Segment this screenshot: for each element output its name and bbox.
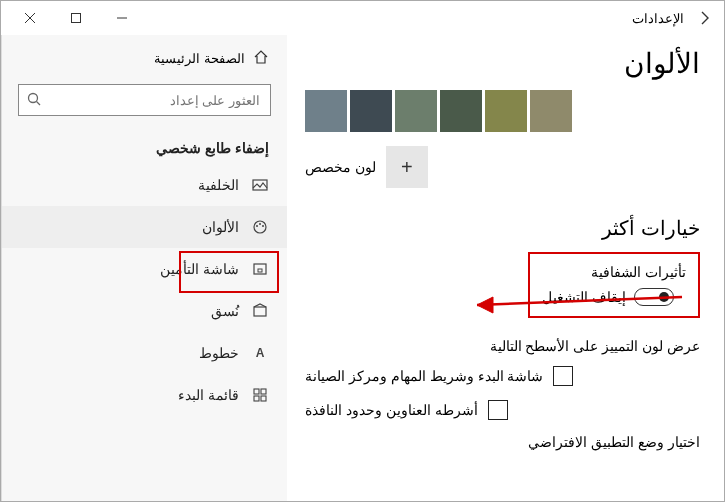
home-link[interactable]: الصفحة الرئيسية (2, 39, 287, 78)
color-swatch[interactable] (305, 90, 347, 132)
nav-item-themes[interactable]: نُسق (2, 290, 287, 332)
main-pane: الألوان + لون مخصص خيارات أكثر تأثيرات ا… (287, 35, 724, 501)
custom-color-row: + لون مخصص (305, 146, 700, 188)
maximize-button[interactable] (53, 3, 99, 33)
toggle-state-label: إيقاف التشغيل (542, 289, 626, 305)
nav-item-fonts[interactable]: A خطوط (2, 332, 287, 374)
custom-color-button[interactable]: + (386, 146, 428, 188)
svg-point-10 (256, 225, 258, 227)
color-swatches (305, 90, 700, 132)
more-options-heading: خيارات أكثر (305, 216, 700, 240)
svg-point-11 (259, 223, 261, 225)
checkbox-start-taskbar[interactable] (553, 366, 573, 386)
color-swatch[interactable] (395, 90, 437, 132)
checkbox-row-start-taskbar: شاشة البدء وشريط المهام ومركز الصيانة (305, 366, 700, 386)
svg-point-9 (254, 221, 266, 233)
nav-label: الخلفية (198, 177, 239, 193)
color-swatch[interactable] (350, 90, 392, 132)
svg-rect-1 (72, 14, 81, 23)
layout: الألوان + لون مخصص خيارات أكثر تأثيرات ا… (1, 35, 724, 501)
accent-surfaces-label: عرض لون التمييز على الأسطح التالية (305, 338, 700, 354)
minimize-button[interactable] (99, 3, 145, 33)
palette-icon (251, 218, 269, 236)
checkbox-label: أشرطه العناوين وحدود النافذة (305, 402, 478, 418)
home-icon (253, 49, 269, 68)
nav-label: خطوط (199, 345, 239, 361)
search-box (18, 84, 271, 116)
page-heading: الألوان (305, 47, 700, 80)
svg-rect-18 (254, 396, 259, 401)
toggle-knob (659, 292, 669, 302)
nav-item-start[interactable]: قائمة البدء (2, 374, 287, 416)
window-controls (7, 3, 145, 33)
annotation-highlight-colors (179, 251, 279, 293)
nav-label: نُسق (211, 303, 239, 319)
fonts-icon: A (251, 344, 269, 362)
sidebar: الصفحة الرئيسية إضفاء طابع شخصي الخلفية … (1, 35, 287, 501)
transparency-toggle-row: إيقاف التشغيل (542, 288, 686, 306)
svg-line-7 (37, 102, 41, 106)
nav-item-background[interactable]: الخلفية (2, 164, 287, 206)
custom-color-label: لون مخصص (305, 159, 376, 175)
checkbox-label: شاشة البدء وشريط المهام ومركز الصيانة (305, 368, 543, 384)
back-button[interactable] (690, 4, 718, 32)
section-title: إضفاء طابع شخصي (2, 130, 287, 164)
svg-rect-17 (261, 389, 266, 394)
nav-label: الألوان (202, 219, 239, 235)
close-button[interactable] (7, 3, 53, 33)
search-input[interactable] (18, 84, 271, 116)
svg-rect-15 (254, 307, 266, 316)
picture-icon (251, 176, 269, 194)
color-swatch[interactable] (440, 90, 482, 132)
nav-label: قائمة البدء (178, 387, 239, 403)
themes-icon (251, 302, 269, 320)
transparency-toggle[interactable] (634, 288, 674, 306)
transparency-label: تأثيرات الشفافية (542, 264, 686, 280)
nav-item-colors[interactable]: الألوان (2, 206, 287, 248)
svg-point-12 (262, 225, 264, 227)
svg-marker-5 (477, 297, 493, 313)
start-icon (251, 386, 269, 404)
checkbox-titlebars[interactable] (488, 400, 508, 420)
color-swatch[interactable] (485, 90, 527, 132)
window-title: الإعدادات (632, 11, 684, 26)
svg-rect-19 (261, 396, 266, 401)
color-swatch[interactable] (530, 90, 572, 132)
title-bar: الإعدادات (1, 1, 724, 35)
home-label: الصفحة الرئيسية (154, 51, 245, 66)
transparency-box: تأثيرات الشفافية إيقاف التشغيل (528, 252, 700, 318)
checkbox-row-titlebars: أشرطه العناوين وحدود النافذة (305, 400, 700, 420)
svg-rect-16 (254, 389, 259, 394)
search-icon (26, 91, 42, 111)
svg-point-6 (29, 94, 38, 103)
default-app-mode-label: اختيار وضع التطبيق الافتراضي (305, 434, 700, 450)
